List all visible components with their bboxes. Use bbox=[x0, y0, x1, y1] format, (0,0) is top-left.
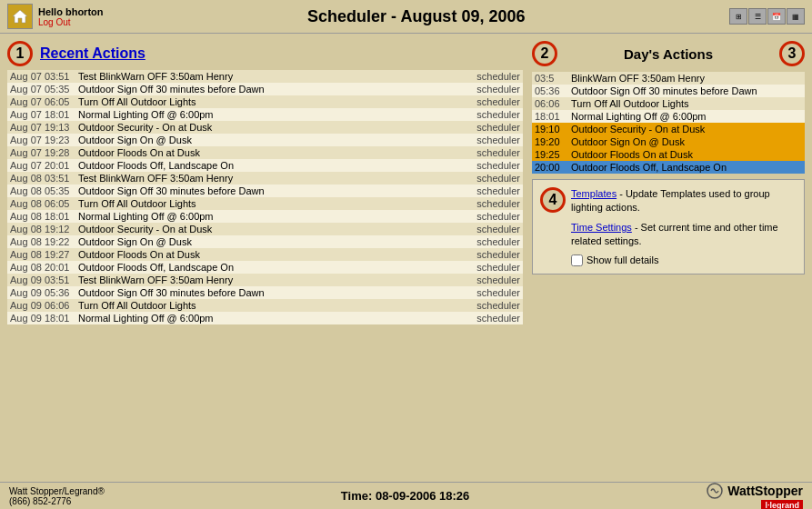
home-icon[interactable] bbox=[7, 4, 33, 29]
list-item: Aug 08 05:35 Outdoor Sign Off 30 minutes… bbox=[7, 185, 523, 197]
nav-extra-btn[interactable]: ▦ bbox=[787, 8, 805, 25]
circle-4: 4 bbox=[540, 187, 566, 213]
action-source: scheduler bbox=[468, 70, 523, 83]
action-desc: Test BlinkWarn OFF 3:50am Henry bbox=[75, 274, 468, 286]
list-item: Aug 08 19:27 Outdoor Floods On at Dusk s… bbox=[7, 248, 523, 261]
action-desc: Outdoor Floods Off, Landscape On bbox=[568, 161, 805, 174]
action-desc: Outdoor Floods Off, Landscape On bbox=[75, 159, 468, 172]
nav-buttons: ⊞ ☰ 📅 ▦ bbox=[729, 8, 805, 25]
action-desc: Test BlinkWarn OFF 3:50am Henry bbox=[75, 172, 468, 185]
action-source: scheduler bbox=[468, 146, 523, 159]
list-item: Aug 07 05:35 Outdoor Sign Off 30 minutes… bbox=[7, 83, 523, 95]
days-actions-table-wrapper: 03:5 BlinkWarn OFF 3:50am Henry 05:36 Ou… bbox=[532, 72, 805, 174]
action-desc: Outdoor Sign Off 30 minutes before Dawn bbox=[75, 286, 468, 299]
action-desc: Turn Off All Outdoor Lights bbox=[75, 299, 468, 312]
action-time: Aug 07 20:01 bbox=[7, 159, 75, 172]
action-desc: Outdoor Floods On at Dusk bbox=[75, 248, 468, 261]
action-time: Aug 07 06:05 bbox=[7, 95, 75, 108]
circle-1: 1 bbox=[7, 41, 33, 66]
circle-3: 3 bbox=[779, 41, 805, 66]
main-content: 1 Recent Actions Aug 07 03:51 Test Blink… bbox=[0, 34, 812, 472]
action-desc: Outdoor Floods Off, Landscape On bbox=[75, 261, 468, 274]
days-actions-table: 03:5 BlinkWarn OFF 3:50am Henry 05:36 Ou… bbox=[532, 72, 805, 174]
action-desc: Normal Lighting Off @ 6:00pm bbox=[75, 108, 468, 121]
list-item: 19:10 Outdoor Security - On at Dusk bbox=[532, 123, 805, 135]
action-time: Aug 07 03:51 bbox=[7, 70, 75, 83]
list-item: Aug 09 06:06 Turn Off All Outdoor Lights… bbox=[7, 299, 523, 312]
list-item: Aug 07 19:13 Outdoor Security - On at Du… bbox=[7, 121, 523, 134]
action-source: scheduler bbox=[468, 134, 523, 146]
action-time: Aug 07 19:23 bbox=[7, 134, 75, 146]
action-desc: Outdoor Security - On at Dusk bbox=[75, 223, 468, 235]
action-time: 18:01 bbox=[532, 110, 568, 123]
action-source: scheduler bbox=[468, 197, 523, 210]
action-time: Aug 08 20:01 bbox=[7, 261, 75, 274]
action-desc: BlinkWarn OFF 3:50am Henry bbox=[568, 72, 805, 85]
nav-grid-btn[interactable]: ⊞ bbox=[729, 8, 747, 25]
action-time: Aug 09 03:51 bbox=[7, 274, 75, 286]
header-left: Hello bhorton Log Out bbox=[7, 4, 104, 29]
templates-link[interactable]: Templates bbox=[571, 188, 617, 199]
action-source: scheduler bbox=[468, 261, 523, 274]
list-item: Aug 07 06:05 Turn Off All Outdoor Lights… bbox=[7, 95, 523, 108]
action-time: Aug 09 05:36 bbox=[7, 286, 75, 299]
list-item: 03:5 BlinkWarn OFF 3:50am Henry bbox=[532, 72, 805, 85]
action-time: Aug 09 18:01 bbox=[7, 312, 75, 324]
list-item: Aug 07 19:23 Outdoor Sign On @ Dusk sche… bbox=[7, 134, 523, 146]
list-item: Aug 07 18:01 Normal Lighting Off @ 6:00p… bbox=[7, 108, 523, 121]
list-item: 19:20 Outdoor Sign On @ Dusk bbox=[532, 135, 805, 148]
wattstopper-logo: WattStopper bbox=[706, 482, 803, 500]
templates-text: Templates - Update Templates used to gro… bbox=[571, 187, 797, 215]
action-desc: Normal Lighting Off @ 6:00pm bbox=[568, 110, 805, 123]
recent-actions-title[interactable]: Recent Actions bbox=[40, 45, 145, 62]
recent-actions-panel: 1 Recent Actions Aug 07 03:51 Test Blink… bbox=[7, 41, 523, 464]
list-item: Aug 08 19:12 Outdoor Security - On at Du… bbox=[7, 223, 523, 235]
action-source: scheduler bbox=[468, 172, 523, 185]
days-actions-header: 2 Day's Actions 3 bbox=[532, 41, 805, 66]
recent-actions-table: Aug 07 03:51 Test BlinkWarn OFF 3:50am H… bbox=[7, 70, 523, 324]
action-time: 05:36 bbox=[532, 85, 568, 97]
action-source: scheduler bbox=[468, 248, 523, 261]
action-time: Aug 07 19:13 bbox=[7, 121, 75, 134]
user-box: Hello bhorton Log Out bbox=[38, 6, 104, 27]
action-source: scheduler bbox=[468, 108, 523, 121]
list-item: Aug 08 18:01 Normal Lighting Off @ 6:00p… bbox=[7, 210, 523, 223]
action-desc: Outdoor Security - On at Dusk bbox=[75, 121, 468, 134]
info-content: Templates - Update Templates used to gro… bbox=[571, 187, 797, 266]
list-item: 19:25 Outdoor Floods On at Dusk bbox=[532, 148, 805, 161]
action-source: scheduler bbox=[468, 223, 523, 235]
action-source: scheduler bbox=[468, 235, 523, 248]
action-time: Aug 08 03:51 bbox=[7, 172, 75, 185]
action-time: Aug 08 06:05 bbox=[7, 197, 75, 210]
list-item: Aug 09 18:01 Normal Lighting Off @ 6:00p… bbox=[7, 312, 523, 324]
action-time: 19:25 bbox=[532, 148, 568, 161]
action-desc: Outdoor Sign Off 30 minutes before Dawn bbox=[75, 83, 468, 95]
list-item: Aug 07 20:01 Outdoor Floods Off, Landsca… bbox=[7, 159, 523, 172]
days-actions-title: Day's Actions bbox=[561, 46, 776, 62]
nav-calendar-btn[interactable]: 📅 bbox=[767, 8, 786, 25]
action-desc: Test BlinkWarn OFF 3:50am Henry bbox=[75, 70, 468, 83]
action-time: Aug 07 05:35 bbox=[7, 83, 75, 95]
action-desc: Turn Off All Outdoor Lights bbox=[75, 197, 468, 210]
action-time: Aug 09 06:06 bbox=[7, 299, 75, 312]
action-time: Aug 08 18:01 bbox=[7, 210, 75, 223]
action-time: Aug 08 05:35 bbox=[7, 185, 75, 197]
timesettings-link[interactable]: Time Settings bbox=[571, 222, 632, 233]
list-item: 20:00 Outdoor Floods Off, Landscape On bbox=[532, 161, 805, 174]
action-time: Aug 08 19:22 bbox=[7, 235, 75, 248]
nav-list-btn[interactable]: ☰ bbox=[748, 8, 767, 25]
action-time: 19:10 bbox=[532, 123, 568, 135]
list-item: Aug 09 03:51 Test BlinkWarn OFF 3:50am H… bbox=[7, 274, 523, 286]
action-source: scheduler bbox=[468, 83, 523, 95]
action-desc: Turn Off All Outdoor Lights bbox=[568, 97, 805, 110]
show-details-row: Show full details bbox=[571, 254, 797, 266]
footer: Watt Stopper/Legrand® (866) 852-2776 Tim… bbox=[0, 482, 812, 509]
logout-button[interactable]: Log Out bbox=[38, 17, 104, 27]
list-item: Aug 09 05:36 Outdoor Sign Off 30 minutes… bbox=[7, 286, 523, 299]
list-item: 06:06 Turn Off All Outdoor Lights bbox=[532, 97, 805, 110]
action-desc: Turn Off All Outdoor Lights bbox=[75, 95, 468, 108]
action-source: scheduler bbox=[468, 210, 523, 223]
show-details-checkbox[interactable] bbox=[571, 254, 583, 266]
action-time: Aug 07 18:01 bbox=[7, 108, 75, 121]
action-desc: Outdoor Floods On at Dusk bbox=[75, 146, 468, 159]
